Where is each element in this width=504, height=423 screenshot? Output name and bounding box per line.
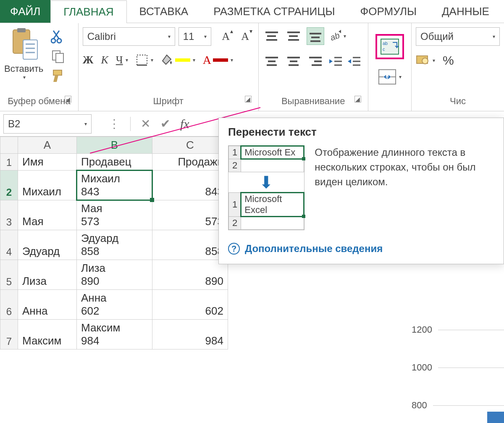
- align-top-button[interactable]: [263, 27, 281, 45]
- cell-B7[interactable]: Максим 984: [77, 320, 152, 349]
- tooltip-illustration: 1Microsoft Ex 2 ⬇ 1Microsoft Excel 2: [228, 145, 304, 230]
- cell-B5[interactable]: Лиза 890: [77, 260, 152, 290]
- cell-C3[interactable]: 573: [152, 200, 228, 230]
- paste-dropdown[interactable]: ▾: [23, 74, 26, 80]
- row-header-2[interactable]: 2: [0, 171, 18, 200]
- row-header-4[interactable]: 4: [0, 230, 18, 260]
- merge-cells-button[interactable]: a ▾: [378, 67, 402, 87]
- bold-button[interactable]: Ж: [83, 54, 94, 66]
- cell-B6[interactable]: Анна 602: [77, 290, 152, 320]
- cell-A3[interactable]: Мая: [18, 200, 77, 230]
- align-right-button[interactable]: [307, 53, 324, 70]
- cell-A5[interactable]: Лиза: [18, 260, 77, 290]
- increase-font-button[interactable]: A▴: [217, 28, 235, 45]
- decrease-font-button[interactable]: A▾: [236, 28, 254, 45]
- tab-home[interactable]: ГЛАВНАЯ: [50, 0, 126, 23]
- font-color-button[interactable]: A ▾: [203, 53, 233, 67]
- cell-C4[interactable]: 858: [152, 230, 228, 260]
- align-center-button[interactable]: [285, 53, 302, 70]
- row-header-1[interactable]: 1: [0, 154, 18, 171]
- underline-dropdown[interactable]: ▾: [126, 57, 128, 63]
- percent-format-button[interactable]: %: [443, 53, 454, 68]
- cell-A7[interactable]: Максим: [18, 320, 77, 349]
- svg-rect-11: [137, 55, 147, 65]
- cell-B4[interactable]: Эдуард 858: [77, 230, 152, 260]
- borders-button[interactable]: ▾: [136, 54, 153, 66]
- cell-C1[interactable]: Продажи: [152, 154, 228, 171]
- col-header-A[interactable]: A: [18, 137, 77, 154]
- paste-label[interactable]: Вставить: [4, 61, 43, 74]
- row-header-7[interactable]: 7: [0, 320, 18, 349]
- font-size-combo[interactable]: 11▾: [178, 27, 211, 46]
- paste-button[interactable]: [9, 27, 39, 61]
- cell-C6[interactable]: 602: [152, 290, 228, 320]
- fill-color-button[interactable]: ▾: [161, 54, 195, 66]
- axis-tick: 1200: [412, 324, 432, 335]
- cell-C5[interactable]: 890: [152, 260, 228, 290]
- wrap-text-tooltip: Перенести текст 1Microsoft Ex 2 ⬇ 1Micro…: [218, 118, 504, 264]
- format-painter-button[interactable]: [51, 68, 65, 83]
- tab-page-layout[interactable]: РАЗМЕТКА СТРАНИЦЫ: [201, 0, 347, 23]
- underline-button[interactable]: Ч: [116, 54, 123, 66]
- group-number-label: Чис: [416, 93, 500, 111]
- svg-rect-1: [17, 28, 26, 32]
- svg-text:ab: ab: [329, 30, 341, 42]
- axis-tick: 800: [412, 400, 427, 411]
- cancel-formula-button[interactable]: ✕: [141, 117, 150, 131]
- font-name-combo[interactable]: Calibri▾: [83, 27, 175, 46]
- cell-C7[interactable]: 984: [152, 320, 228, 349]
- svg-rect-2: [23, 40, 37, 59]
- col-header-C[interactable]: C: [152, 137, 228, 154]
- svg-rect-10: [53, 70, 62, 75]
- fx-menu-icon[interactable]: ⋮: [108, 117, 120, 131]
- accounting-format-button[interactable]: ▾: [416, 54, 435, 67]
- tab-insert[interactable]: ВСТАВКА: [127, 0, 201, 23]
- svg-rect-9: [56, 53, 63, 63]
- increase-indent-button[interactable]: [347, 54, 361, 68]
- group-clipboard: Вставить ▾ Буфер обмена ◢: [0, 23, 79, 111]
- tab-file[interactable]: ФАЙЛ: [0, 0, 50, 23]
- alignment-dialog-launcher[interactable]: ◢: [354, 96, 361, 102]
- group-wrap: ab c a ▾: [368, 23, 412, 111]
- row-header-3[interactable]: 3: [0, 200, 18, 230]
- italic-button[interactable]: К: [101, 54, 108, 66]
- enter-formula-button[interactable]: ✔: [160, 117, 170, 131]
- svg-text:ab: ab: [383, 41, 388, 46]
- tooltip-title: Перенести текст: [228, 126, 494, 139]
- group-font-label: Шрифт ◢: [83, 93, 254, 111]
- clipboard-dialog-launcher[interactable]: ◢: [65, 96, 71, 102]
- chart-bar-fragment: [487, 412, 504, 423]
- number-format-combo[interactable]: Общий▾: [416, 27, 500, 46]
- group-number: Общий▾ ▾ % Чис: [412, 23, 504, 111]
- chart-axis-fragment: 1200 1000 800: [412, 311, 504, 423]
- row-header-6[interactable]: 6: [0, 290, 18, 320]
- help-icon: ?: [228, 243, 240, 255]
- align-middle-button[interactable]: [285, 27, 302, 45]
- tab-data[interactable]: ДАННЫЕ: [429, 0, 502, 23]
- cell-B1[interactable]: Продавец: [77, 154, 152, 171]
- select-all-corner[interactable]: [0, 137, 18, 154]
- fill-handle[interactable]: [150, 198, 154, 202]
- cell-B3[interactable]: Мая 573: [77, 200, 152, 230]
- tooltip-more-link[interactable]: Дополнительные сведения: [245, 243, 383, 255]
- group-font: Calibri▾ 11▾ A▴ A▾ Ж К Ч ▾: [79, 23, 259, 111]
- axis-tick: 1000: [412, 362, 432, 373]
- name-box[interactable]: B2▾: [3, 114, 92, 134]
- cell-A4[interactable]: Эдуард: [18, 230, 77, 260]
- font-dialog-launcher[interactable]: ◢: [245, 96, 252, 102]
- cut-button[interactable]: [51, 30, 65, 44]
- row-header-5[interactable]: 5: [0, 260, 18, 290]
- align-bottom-button[interactable]: [307, 27, 324, 45]
- cell-C2[interactable]: 843: [152, 171, 228, 200]
- ribbon-tabs: ФАЙЛ ГЛАВНАЯ ВСТАВКА РАЗМЕТКА СТРАНИЦЫ Ф…: [0, 0, 504, 23]
- cell-B2[interactable]: Михаил 843: [77, 171, 152, 200]
- align-left-button[interactable]: [263, 53, 281, 70]
- wrap-text-button[interactable]: ab c: [378, 37, 402, 57]
- cell-A6[interactable]: Анна: [18, 290, 77, 320]
- decrease-indent-button[interactable]: [328, 54, 343, 68]
- tab-formulas[interactable]: ФОРМУЛЫ: [348, 0, 429, 23]
- copy-button[interactable]: [51, 49, 65, 63]
- cell-A1[interactable]: Имя: [18, 154, 77, 171]
- orientation-button[interactable]: ab ▾: [328, 29, 346, 43]
- cell-A2[interactable]: Михаил: [18, 171, 77, 200]
